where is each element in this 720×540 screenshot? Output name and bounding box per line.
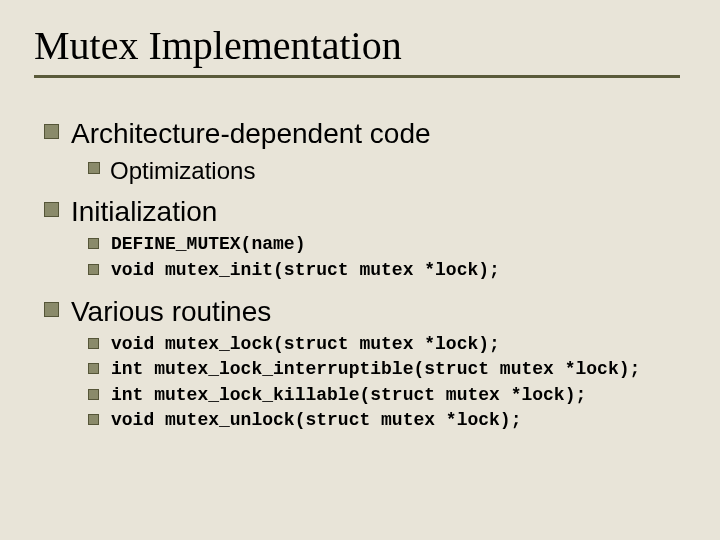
bullet-level2-code: int mutex_lock_interruptible(struct mute… bbox=[88, 358, 686, 381]
bullet-text: Various routines bbox=[71, 294, 271, 329]
square-bullet-icon bbox=[88, 264, 99, 275]
bullet-level2-code: DEFINE_MUTEX(name) bbox=[88, 233, 686, 256]
code-text: void mutex_init(struct mutex *lock); bbox=[111, 259, 500, 282]
square-bullet-icon bbox=[44, 302, 59, 317]
title-underline bbox=[34, 75, 680, 78]
bullet-level1: Various routines bbox=[44, 294, 686, 329]
square-bullet-icon bbox=[88, 238, 99, 249]
bullet-text: Architecture-dependent code bbox=[71, 116, 431, 151]
bullet-text: Optimizations bbox=[110, 155, 255, 186]
slide: Mutex Implementation Architecture-depend… bbox=[0, 0, 720, 540]
code-text: int mutex_lock_interruptible(struct mute… bbox=[111, 358, 640, 381]
bullet-level1: Initialization bbox=[44, 194, 686, 229]
bullet-level2-code: void mutex_init(struct mutex *lock); bbox=[88, 259, 686, 282]
code-text: void mutex_unlock(struct mutex *lock); bbox=[111, 409, 521, 432]
bullet-level1: Architecture-dependent code bbox=[44, 116, 686, 151]
bullet-level2-code: void mutex_unlock(struct mutex *lock); bbox=[88, 409, 686, 432]
square-bullet-icon bbox=[88, 389, 99, 400]
bullet-level2: Optimizations bbox=[88, 155, 686, 186]
code-text: void mutex_lock(struct mutex *lock); bbox=[111, 333, 500, 356]
bullet-level2-code: int mutex_lock_killable(struct mutex *lo… bbox=[88, 384, 686, 407]
square-bullet-icon bbox=[44, 124, 59, 139]
slide-content: Architecture-dependent code Optimization… bbox=[34, 116, 686, 433]
bullet-level2-code: void mutex_lock(struct mutex *lock); bbox=[88, 333, 686, 356]
bullet-text: Initialization bbox=[71, 194, 217, 229]
square-bullet-icon bbox=[88, 414, 99, 425]
square-bullet-icon bbox=[88, 338, 99, 349]
code-text: DEFINE_MUTEX(name) bbox=[111, 233, 305, 256]
square-bullet-icon bbox=[88, 363, 99, 374]
slide-title: Mutex Implementation bbox=[34, 22, 686, 69]
square-bullet-icon bbox=[44, 202, 59, 217]
code-text: int mutex_lock_killable(struct mutex *lo… bbox=[111, 384, 586, 407]
square-bullet-icon bbox=[88, 162, 100, 174]
